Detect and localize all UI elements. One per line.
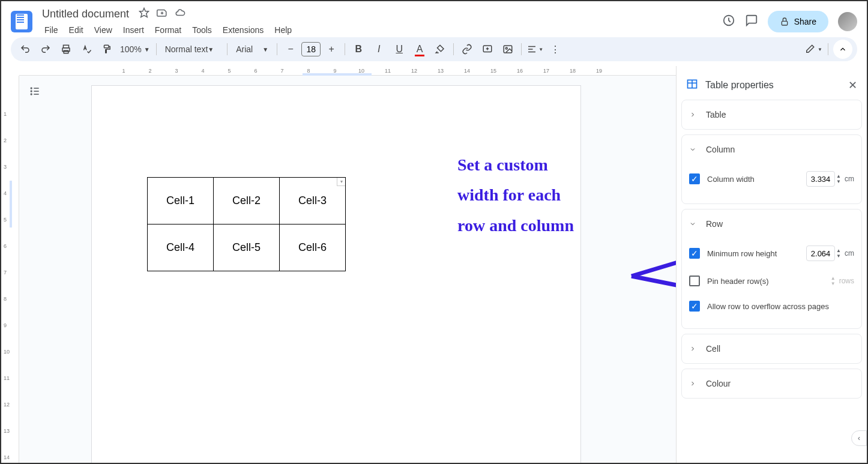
align-button[interactable]: ▼ <box>525 40 544 59</box>
svg-rect-6 <box>104 45 109 48</box>
column-width-input[interactable] <box>806 171 835 187</box>
table-row: Cell-4 Cell-5 Cell-6 <box>148 224 346 271</box>
font-size-input[interactable]: 18 <box>301 42 321 56</box>
insert-image-button[interactable] <box>498 40 517 59</box>
menu-insert[interactable]: Insert <box>118 23 149 37</box>
table-cell[interactable]: Cell-3 ▾ <box>280 178 346 224</box>
overflow-checkbox[interactable]: ✓ <box>689 301 700 312</box>
outline-toggle-button[interactable] <box>25 82 44 101</box>
pin-header-row: Pin header row(s) ▲▼ rows <box>689 268 854 294</box>
svg-marker-0 <box>140 8 149 17</box>
ruler-vertical[interactable]: 1234567891011121314 <box>1 76 19 463</box>
menu-format[interactable]: Format <box>150 23 186 37</box>
table-cell[interactable]: Cell-5 <box>214 224 280 271</box>
section-colour-header[interactable]: Colour <box>682 369 861 398</box>
history-icon[interactable] <box>722 14 735 29</box>
chevron-down-icon: ▼ <box>262 46 268 53</box>
ruler-horizontal[interactable]: 12345678910111213141516171819 <box>19 66 676 76</box>
menu-help[interactable]: Help <box>270 23 297 37</box>
add-comment-button[interactable] <box>478 40 497 59</box>
svg-point-13 <box>31 88 32 89</box>
collapse-toolbar-button[interactable] <box>833 40 852 59</box>
menu-extensions[interactable]: Extensions <box>218 23 268 37</box>
spellcheck-button[interactable] <box>77 40 96 59</box>
chevron-down-icon: ▼ <box>144 46 150 53</box>
svg-rect-2 <box>782 21 787 25</box>
menu-edit[interactable]: Edit <box>64 23 88 37</box>
pin-header-label: Pin header row(s) <box>707 277 831 286</box>
svg-point-14 <box>31 91 32 92</box>
docs-logo[interactable] <box>11 11 32 32</box>
min-row-height-stepper[interactable]: ▲▼ <box>836 248 841 259</box>
document-table[interactable]: Cell-1 Cell-2 Cell-3 ▾ Cell-4 Cell-5 Cel… <box>147 177 346 271</box>
table-cell[interactable]: Cell-6 <box>280 224 346 271</box>
paint-format-button[interactable] <box>97 40 116 59</box>
close-panel-button[interactable]: ✕ <box>848 79 857 92</box>
bold-button[interactable]: B <box>349 40 368 59</box>
section-cell: Cell <box>681 334 862 364</box>
svg-point-15 <box>31 94 32 95</box>
insert-link-button[interactable] <box>457 40 477 59</box>
column-width-row: ✓ Column width ▲▼ cm <box>689 164 854 194</box>
chevron-right-icon <box>689 111 696 118</box>
italic-button[interactable]: I <box>369 40 388 59</box>
chevron-down-icon: ▼ <box>818 47 822 52</box>
svg-point-9 <box>505 47 507 49</box>
chevron-right-icon <box>689 380 696 387</box>
title-bar: Untitled document File Edit View Insert … <box>1 1 867 37</box>
more-button[interactable]: ⋮ <box>546 40 565 59</box>
table-cell[interactable]: Cell-1 <box>148 178 214 224</box>
section-column: Column ✓ Column width ▲▼ cm <box>681 134 862 204</box>
document-page[interactable]: Cell-1 Cell-2 Cell-3 ▾ Cell-4 Cell-5 Cel… <box>91 85 581 463</box>
zoom-select[interactable]: 100% ▼ <box>118 44 152 54</box>
highlight-color-button[interactable] <box>430 40 450 59</box>
comments-icon[interactable] <box>745 14 758 29</box>
share-button[interactable]: Share <box>768 11 828 32</box>
table-cell[interactable]: Cell-4 <box>148 224 214 271</box>
chevron-down-icon <box>689 220 696 227</box>
section-table-header[interactable]: Table <box>682 100 861 129</box>
text-color-button[interactable]: A <box>410 40 429 59</box>
menu-view[interactable]: View <box>89 23 117 37</box>
chevron-down-icon <box>689 146 696 153</box>
min-row-height-checkbox[interactable]: ✓ <box>689 248 700 259</box>
min-row-height-label: Minimum row height <box>707 249 806 258</box>
table-handle-icon[interactable]: ▾ <box>337 178 345 186</box>
redo-button[interactable] <box>36 40 55 59</box>
section-colour: Colour <box>681 369 862 399</box>
editing-mode-button[interactable]: ▼ <box>804 40 823 59</box>
chevron-down-icon: ▼ <box>538 47 543 52</box>
underline-button[interactable]: U <box>390 40 409 59</box>
annotation-text: Set a custom width for each row and colu… <box>457 150 574 241</box>
table-cell[interactable]: Cell-2 <box>214 178 280 224</box>
cloud-status-icon[interactable] <box>175 7 185 20</box>
undo-button[interactable] <box>16 40 35 59</box>
section-column-header[interactable]: Column <box>682 135 861 164</box>
decrease-font-size-button[interactable]: − <box>281 40 300 59</box>
pin-header-checkbox[interactable] <box>689 276 700 286</box>
table-icon <box>686 78 698 92</box>
font-family-select[interactable]: Arial ▼ <box>231 44 273 54</box>
menu-tools[interactable]: Tools <box>187 23 217 37</box>
section-cell-header[interactable]: Cell <box>682 334 861 363</box>
move-icon[interactable] <box>157 7 167 20</box>
star-icon[interactable] <box>139 7 149 20</box>
increase-font-size-button[interactable]: + <box>322 40 341 59</box>
panel-header: Table properties ✕ <box>681 71 862 100</box>
chevron-down-icon: ▼ <box>208 46 214 53</box>
column-width-checkbox[interactable]: ✓ <box>689 173 700 184</box>
section-row: Row ✓ Minimum row height ▲▼ cm Pin heade… <box>681 209 862 329</box>
column-width-stepper[interactable]: ▲▼ <box>836 173 841 184</box>
expand-side-panel-button[interactable]: ‹ <box>851 430 867 446</box>
min-row-height-input[interactable] <box>806 246 835 261</box>
avatar[interactable] <box>838 12 857 31</box>
column-width-label: Column width <box>707 175 806 184</box>
paragraph-style-select[interactable]: Normal text ▼ <box>160 44 223 54</box>
document-title[interactable]: Untitled document <box>40 7 131 22</box>
menu-file[interactable]: File <box>40 23 63 37</box>
share-label: Share <box>794 17 816 26</box>
section-row-header[interactable]: Row <box>682 209 861 238</box>
print-button[interactable] <box>56 40 76 59</box>
min-row-height-row: ✓ Minimum row height ▲▼ cm <box>689 238 854 268</box>
pin-header-stepper[interactable]: ▲▼ <box>831 276 836 286</box>
